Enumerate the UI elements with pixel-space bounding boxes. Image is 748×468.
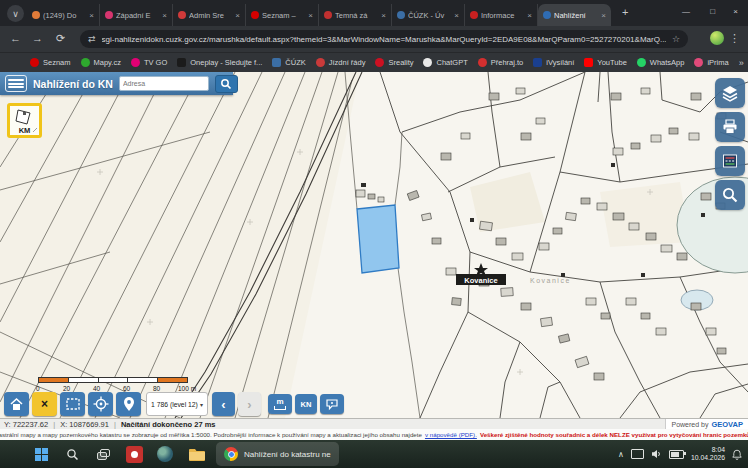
- bookmark-favicon: [177, 58, 186, 67]
- map-canvas[interactable]: Kovanice Kovanice Nahlížení do KN KM: [0, 72, 748, 418]
- address-search-input[interactable]: [119, 76, 209, 91]
- notification-bell-icon[interactable]: [732, 449, 742, 460]
- close-icon[interactable]: ×: [89, 11, 94, 20]
- bookmark-item[interactable]: TV GO: [131, 58, 167, 67]
- taskbar-search-button[interactable]: [61, 443, 83, 465]
- speaker-icon[interactable]: [651, 449, 662, 459]
- history-back-button[interactable]: ‹: [212, 392, 235, 416]
- bookmark-item[interactable]: Mapy.cz: [81, 58, 121, 67]
- bookmark-item[interactable]: YouTube: [584, 58, 626, 67]
- file-explorer-button[interactable]: [185, 443, 207, 465]
- close-icon[interactable]: ×: [454, 11, 459, 20]
- profile-avatar[interactable]: [710, 31, 724, 45]
- browser-tab[interactable]: Informace×: [465, 4, 538, 26]
- browser-menu-icon[interactable]: ⋮: [729, 32, 740, 45]
- bookmark-favicon: [584, 58, 593, 67]
- start-button[interactable]: [30, 443, 52, 465]
- window-minimize-button[interactable]: —: [682, 7, 690, 16]
- measure-button[interactable]: m: [268, 394, 292, 414]
- clear-selection-button[interactable]: ×: [32, 392, 57, 416]
- browser-tab[interactable]: Temná zá×: [319, 4, 392, 26]
- address-bar[interactable]: ⇄ sgi-nahlizenidokn.cuzk.gov.cz/marushka…: [80, 30, 688, 48]
- browser-tab[interactable]: Admin Sre×: [173, 4, 246, 26]
- bookmark-item[interactable]: ČÚZK: [272, 58, 305, 67]
- browser-url-bar: ← → ⟳ ⇄ sgi-nahlizenidokn.cuzk.gov.cz/ma…: [0, 26, 748, 52]
- task-view-button[interactable]: [92, 443, 114, 465]
- scale-tick: 20: [63, 385, 70, 392]
- bookmark-item[interactable]: ChatGPT: [423, 58, 467, 67]
- url-text: sgi-nahlizenidokn.cuzk.gov.cz/marushka/d…: [102, 35, 666, 44]
- legend-button[interactable]: [715, 146, 745, 176]
- help-pdf-link[interactable]: v nápovědě (PDF).: [425, 431, 477, 438]
- zoom-level-dropdown[interactable]: 1 786 (level 12) ▾: [146, 392, 208, 416]
- bookmark-favicon: [316, 58, 325, 67]
- chrome-window-button[interactable]: Nahlížení do katastru ne: [216, 442, 339, 466]
- browser-tab-active[interactable]: Nahlížení×: [538, 4, 611, 26]
- bookmark-item[interactable]: Oneplay - Sledujte f...: [177, 58, 262, 67]
- close-icon[interactable]: ×: [308, 11, 313, 20]
- bookmark-item[interactable]: Jízdní řády: [316, 58, 366, 67]
- pin-icon: [122, 396, 136, 412]
- bookmark-label: Oneplay - Sledujte f...: [190, 58, 262, 67]
- zoom-search-button[interactable]: [715, 180, 745, 210]
- tab-search-button[interactable]: ∨: [7, 5, 24, 22]
- bookmark-item[interactable]: WhatsApp: [637, 58, 685, 67]
- browser-tab[interactable]: (1249) Do×: [27, 4, 100, 26]
- close-icon[interactable]: ×: [162, 11, 167, 20]
- tray-chevron-icon[interactable]: ∧: [618, 450, 624, 459]
- tab-label: Seznam –: [262, 11, 305, 20]
- bookmark-item[interactable]: Seznam: [30, 58, 71, 67]
- back-icon[interactable]: ←: [10, 32, 21, 44]
- cadastral-map-drawing: Kovanice Kovanice: [0, 72, 748, 418]
- bookmark-star-icon[interactable]: ☆: [672, 34, 680, 44]
- bookmark-item[interactable]: Sreality: [375, 58, 413, 67]
- site-info-icon[interactable]: ⇄: [88, 34, 96, 44]
- forward-icon[interactable]: →: [32, 32, 43, 44]
- media-app-button[interactable]: [123, 443, 145, 465]
- bookmark-label: Sreality: [388, 58, 413, 67]
- new-tab-button[interactable]: +: [622, 6, 628, 18]
- kn-info-button[interactable]: KN: [295, 394, 317, 414]
- measure-label: m: [276, 398, 283, 406]
- map-tool-panel: [715, 78, 745, 210]
- window-maximize-button[interactable]: □: [710, 7, 715, 16]
- clock[interactable]: 8:04 10.04.2026: [691, 446, 725, 462]
- network-display-icon[interactable]: [631, 449, 644, 459]
- browser-tab[interactable]: ČÚZK - Úv×: [392, 4, 465, 26]
- search-button[interactable]: [215, 75, 238, 93]
- browser-tab[interactable]: Západní E×: [100, 4, 173, 26]
- bookmark-item[interactable]: Přehraj.to: [478, 58, 524, 67]
- geovap-brand[interactable]: GEOVAP: [711, 420, 743, 429]
- print-button[interactable]: [715, 112, 745, 142]
- home-button[interactable]: [4, 392, 29, 416]
- close-icon[interactable]: ×: [381, 11, 386, 20]
- crosshair-icon: [93, 396, 109, 412]
- scale-tick: 0: [36, 385, 40, 392]
- layers-button[interactable]: [715, 78, 745, 108]
- bookmarks-overflow-icon[interactable]: »: [739, 58, 744, 68]
- search-icon: [66, 448, 79, 461]
- locate-button[interactable]: [116, 392, 141, 416]
- apps-grid-icon[interactable]: [8, 58, 10, 67]
- balloon-icon: [325, 398, 339, 411]
- browser-tab[interactable]: Seznam –×: [246, 4, 319, 26]
- selected-parcel[interactable]: [357, 205, 399, 273]
- bookmark-favicon: [694, 58, 703, 67]
- close-icon[interactable]: ×: [235, 11, 240, 20]
- window-close-button[interactable]: ×: [733, 7, 738, 16]
- bookmark-item[interactable]: iPrima: [694, 58, 728, 67]
- history-forward-button[interactable]: ›: [238, 392, 261, 416]
- close-icon[interactable]: ×: [601, 11, 606, 20]
- close-icon[interactable]: ×: [527, 11, 532, 20]
- battery-icon[interactable]: [669, 450, 684, 459]
- km-map-badge[interactable]: KM: [7, 103, 42, 138]
- bookmark-item[interactable]: iVysílání: [533, 58, 574, 67]
- menu-hamburger-icon[interactable]: [5, 75, 27, 92]
- info-balloon-button[interactable]: [320, 394, 344, 414]
- bookmark-favicon: [30, 58, 39, 67]
- center-map-button[interactable]: [88, 392, 113, 416]
- browser-app-button[interactable]: [154, 443, 176, 465]
- browser-tab-bar: ∨ (1249) Do× Západní E× Admin Sre× Sezna…: [0, 0, 748, 26]
- reload-icon[interactable]: ⟳: [56, 32, 65, 45]
- marquee-zoom-button[interactable]: [60, 392, 85, 416]
